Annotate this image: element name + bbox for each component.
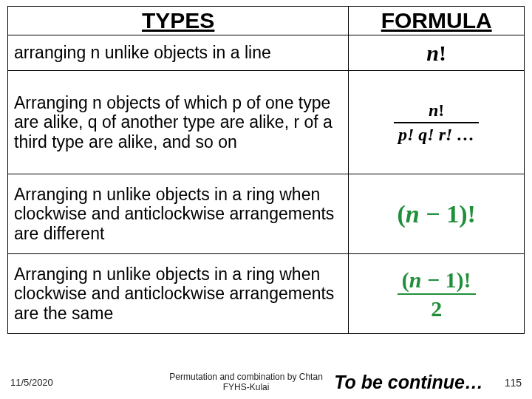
var-n: n <box>426 41 439 65</box>
number-one: 1 <box>446 200 459 228</box>
slide: TYPES FORMULA arranging n unlike objects… <box>0 0 532 399</box>
paren-open: ( <box>402 267 409 292</box>
table-row: Arranging n objects of which p of one ty… <box>8 71 525 174</box>
var-n: n <box>409 267 422 292</box>
fraction-numerator: n! <box>394 100 479 120</box>
fraction-denominator: p! q! r! … <box>394 125 479 144</box>
minus-sign: − <box>421 267 445 292</box>
table-row: Arranging n unlike objects in a ring whe… <box>8 254 525 334</box>
factorial-symbol: ! <box>439 41 446 65</box>
table-row: arranging n unlike objects in a line n! <box>8 35 525 71</box>
footer-continue: To be continue… <box>334 372 483 393</box>
factorial-symbol: ! <box>467 200 475 228</box>
footer-center-line1: Permutation and combination by Chtan <box>169 372 322 382</box>
formula-text: (n − 1)! <box>398 200 476 228</box>
fraction: (n − 1)! 2 <box>398 267 476 321</box>
formula-cell-ring-same: (n − 1)! 2 <box>349 254 525 334</box>
formula-cell-ring-distinct: (n − 1)! <box>349 174 525 254</box>
fraction: n! p! q! r! … <box>394 100 479 144</box>
paren-open: ( <box>398 200 406 228</box>
types-formula-table: TYPES FORMULA arranging n unlike objects… <box>7 6 525 334</box>
footer-date: 11/5/2020 <box>10 377 114 388</box>
paren-close: ) <box>459 200 467 228</box>
header-types: TYPES <box>8 7 349 35</box>
factorial-symbol: ! <box>464 267 471 292</box>
slide-footer: 11/5/2020 Permutation and combination by… <box>0 372 532 393</box>
var-n: n <box>429 100 438 120</box>
desc-cell: Arranging n unlike objects in a ring whe… <box>8 174 349 254</box>
header-formula: FORMULA <box>349 7 525 35</box>
paren-close: ) <box>457 267 464 292</box>
desc-cell: Arranging n unlike objects in a ring whe… <box>8 254 349 334</box>
desc-cell: Arranging n objects of which p of one ty… <box>8 71 349 174</box>
factorial-symbol: ! <box>438 100 444 120</box>
formula-cell-n-factorial: n! <box>349 35 525 71</box>
var-n: n <box>406 200 420 228</box>
minus-sign: − <box>420 200 446 228</box>
fraction-numerator: (n − 1)! <box>398 267 476 292</box>
formula-text: n! <box>426 41 446 65</box>
table-row: Arranging n unlike objects in a ring whe… <box>8 174 525 254</box>
number-one: 1 <box>446 267 457 292</box>
footer-center-line2: FYHS-Kulai <box>223 382 270 392</box>
fraction-bar <box>394 122 479 123</box>
desc-cell: arranging n unlike objects in a line <box>8 35 349 71</box>
fraction-bar <box>398 293 476 295</box>
formula-cell-multiset: n! p! q! r! … <box>349 71 525 174</box>
footer-page-number: 115 <box>492 377 522 389</box>
fraction-denominator: 2 <box>398 296 476 321</box>
table-header-row: TYPES FORMULA <box>8 7 525 35</box>
